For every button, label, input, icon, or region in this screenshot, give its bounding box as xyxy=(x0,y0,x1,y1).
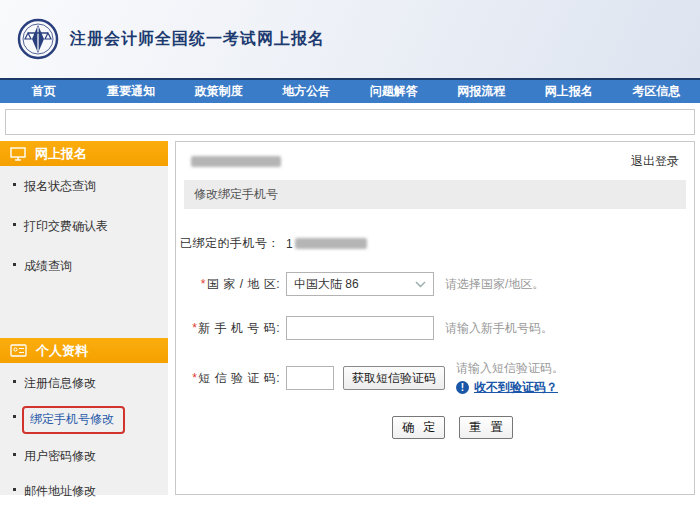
required-mark: * xyxy=(192,321,197,335)
section-title-bar: 修改绑定手机号 xyxy=(184,180,686,209)
new-phone-hint: 请输入新手机号码。 xyxy=(445,320,553,337)
page-title: 注册会计师全国统一考试网上报名 xyxy=(70,29,325,50)
nav-item-policies[interactable]: 政策制度 xyxy=(175,83,263,100)
nav-item-local-announcements[interactable]: 地方公告 xyxy=(263,83,351,100)
sidebar-item-registration-info-edit[interactable]: 注册信息修改 xyxy=(24,375,168,392)
nav-item-online-registration[interactable]: 网上报名 xyxy=(525,83,613,100)
sidebar-item-score-query[interactable]: 成绩查询 xyxy=(24,258,168,275)
page-header: 注册会计师全国统一考试网上报名 xyxy=(0,0,700,78)
monitor-icon xyxy=(10,147,26,161)
sidebar-section-title: 网上报名 xyxy=(35,145,87,163)
highlighted-item-box[interactable]: 绑定手机号修改 xyxy=(22,406,125,434)
sidebar-item-status-query[interactable]: 报名状态查询 xyxy=(24,178,168,195)
main-nav: 首页 重要通知 政策制度 地方公告 问题解答 网报流程 网上报名 考区信息 xyxy=(0,78,700,103)
sms-code-hint: 请输入短信验证码。 xyxy=(456,360,564,377)
notice-strip xyxy=(5,109,695,135)
sms-code-input[interactable] xyxy=(286,366,334,390)
confirm-button[interactable]: 确 定 xyxy=(392,416,445,439)
nav-item-notices[interactable]: 重要通知 xyxy=(88,83,176,100)
sidebar-item-password-edit[interactable]: 用户密码修改 xyxy=(24,448,168,465)
bound-phone-visible-digit: 1 xyxy=(286,237,293,251)
sidebar-section-personal-info: 个人资料 xyxy=(0,338,168,363)
sms-help-line: ! 收不到验证码？ xyxy=(456,379,564,396)
masked-phone-number xyxy=(295,238,367,249)
country-row: *国 家 / 地 区: 中国大陆 86 请选择国家/地区。 xyxy=(176,272,694,296)
country-label: *国 家 / 地 区: xyxy=(176,276,280,293)
chevron-down-icon xyxy=(415,281,426,288)
get-sms-code-button[interactable]: 获取短信验证码 xyxy=(343,366,445,390)
content-top-bar: 退出登录 xyxy=(176,142,694,177)
new-phone-input[interactable] xyxy=(286,316,434,340)
bound-phone-label: 已绑定的手机号： xyxy=(176,235,280,252)
nav-item-exam-area-info[interactable]: 考区信息 xyxy=(613,83,700,100)
nav-item-process[interactable]: 网报流程 xyxy=(438,83,526,100)
sidebar-list-personal: 注册信息修改 绑定手机号修改 用户密码修改 邮件地址修改 xyxy=(0,363,168,500)
reset-button[interactable]: 重 置 xyxy=(459,416,512,439)
sms-code-row: *短 信 验 证 码: 获取短信验证码 请输入短信验证码。 ! 收不到验证码？ xyxy=(176,360,694,396)
sidebar-item-bound-phone-edit[interactable]: 绑定手机号修改 xyxy=(24,410,168,430)
bound-phone-row: 已绑定的手机号： 1 xyxy=(176,235,694,252)
country-hint: 请选择国家/地区。 xyxy=(445,276,544,293)
required-mark: * xyxy=(192,371,197,385)
sidebar-list-registration: 报名状态查询 打印交费确认表 成绩查询 xyxy=(0,166,168,275)
logout-link[interactable]: 退出登录 xyxy=(631,153,679,170)
form-buttons-row: 确 定 重 置 xyxy=(176,416,694,439)
sms-code-label: *短 信 验 证 码: xyxy=(176,370,280,387)
id-card-icon xyxy=(10,344,27,357)
body: 网上报名 报名状态查询 打印交费确认表 成绩查询 个人资料 注册信息修改 绑定手… xyxy=(0,141,700,495)
sidebar-item-print-payment-confirmation[interactable]: 打印交费确认表 xyxy=(24,218,168,235)
new-phone-label: *新 手 机 号 码: xyxy=(176,320,280,337)
new-phone-row: *新 手 机 号 码: 请输入新手机号码。 xyxy=(176,316,694,340)
nav-item-home[interactable]: 首页 xyxy=(0,83,88,100)
masked-username xyxy=(191,156,281,167)
sidebar-section-online-registration: 网上报名 xyxy=(0,141,168,166)
sms-hints: 请输入短信验证码。 ! 收不到验证码？ xyxy=(456,360,564,396)
cannot-receive-code-link[interactable]: 收不到验证码？ xyxy=(474,379,558,396)
sidebar: 网上报名 报名状态查询 打印交费确认表 成绩查询 个人资料 注册信息修改 绑定手… xyxy=(0,141,168,495)
sidebar-section-title: 个人资料 xyxy=(36,342,88,360)
content-panel: 退出登录 修改绑定手机号 已绑定的手机号： 1 *国 家 / 地 区: 中国大陆… xyxy=(175,141,695,495)
country-select[interactable]: 中国大陆 86 xyxy=(286,272,434,296)
nav-item-faq[interactable]: 问题解答 xyxy=(350,83,438,100)
info-icon: ! xyxy=(456,381,469,394)
change-phone-form: 已绑定的手机号： 1 *国 家 / 地 区: 中国大陆 86 请选择国家/地区。… xyxy=(176,209,694,439)
cicpa-logo-icon xyxy=(16,17,60,61)
sidebar-gap xyxy=(0,298,168,338)
country-select-value: 中国大陆 86 xyxy=(294,276,359,293)
required-mark: * xyxy=(201,277,206,291)
sidebar-item-email-edit[interactable]: 邮件地址修改 xyxy=(24,483,168,500)
